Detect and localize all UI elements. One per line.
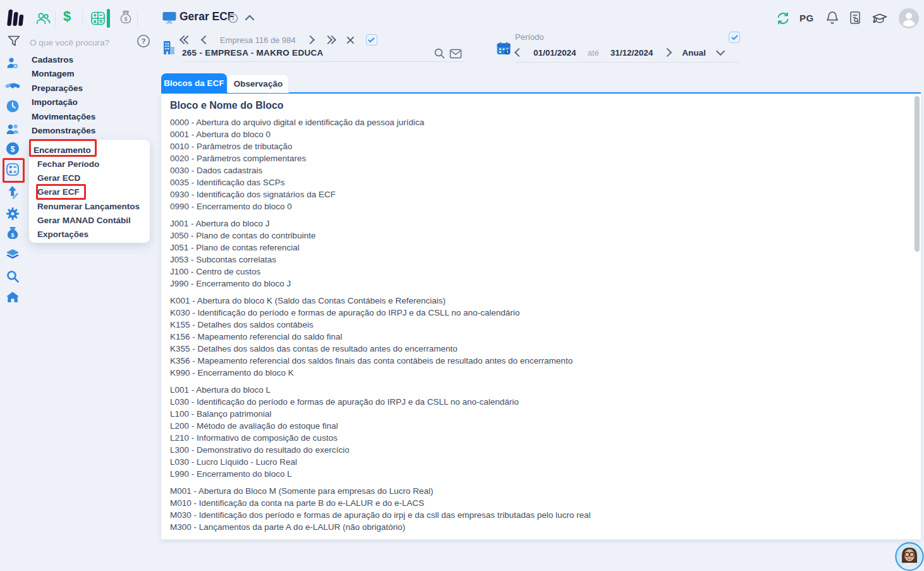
calculator-icon[interactable] [5, 162, 20, 177]
block-item: K030 - Identificação do período e formas… [170, 307, 591, 319]
money-bag-icon[interactable]: $ [5, 226, 20, 242]
block-item: L030 - Lucro Líquido - Lucro Real [170, 456, 591, 468]
sidebar-search-input[interactable] [28, 35, 132, 50]
home-icon[interactable] [5, 290, 20, 305]
last-company-button[interactable] [325, 37, 335, 43]
submenu-item-gerar-manad-contábil[interactable]: Gerar MANAD Contábil [37, 214, 140, 228]
svg-text:$: $ [125, 16, 128, 22]
page-title: Gerar ECF [179, 10, 234, 23]
company-counter: Empresa 116 de 984 [220, 35, 296, 45]
block-item: 0020 - Parâmetros complementares [170, 152, 591, 164]
dollar-circle-icon[interactable]: $ [5, 141, 20, 156]
block-item: L300 - Demonstrativo do resultado do exe… [170, 444, 591, 456]
period-label: Período [515, 32, 544, 42]
period-start-date[interactable]: 01/01/2024 [533, 48, 576, 58]
block-item: 0990 - Encerramento do bloco 0 [170, 200, 591, 212]
submenu-item-gerar-ecf[interactable]: Gerar ECF [37, 185, 140, 199]
tab-observacao[interactable]: Observação [228, 74, 289, 93]
submenu-item-fechar-período[interactable]: Fechar Período [37, 157, 140, 171]
prev-company-button[interactable] [201, 35, 210, 44]
block-item: L030 - Identificação do período e formas… [170, 396, 591, 408]
document-search-icon[interactable] [848, 10, 862, 25]
makro-logo[interactable] [5, 8, 27, 27]
clock-icon[interactable] [5, 99, 20, 114]
block-item: L100 - Balanço patrimonial [170, 408, 591, 420]
block-item: 0000 - Abertura do arquivo digital e ide… [170, 116, 591, 128]
close-icon[interactable] [346, 36, 355, 44]
people-module-icon[interactable] [35, 11, 51, 25]
company-name: 265 - EMPRESA - MAKRO EDUCA [182, 48, 324, 58]
pg-label[interactable]: PG [799, 13, 814, 23]
payroll-module-icon[interactable]: $ [119, 10, 133, 26]
collapse-chevron-up-icon[interactable] [244, 14, 255, 21]
help-icon[interactable]: ? [136, 34, 151, 49]
next-period-button[interactable] [663, 48, 672, 57]
graduation-cap-icon[interactable] [872, 11, 888, 25]
topbar-divider [55, 11, 56, 27]
divider [515, 62, 739, 63]
sidebar-item-encerramento[interactable]: Encerramento [33, 144, 91, 157]
company-filter-checkbox[interactable] [366, 34, 377, 46]
block-item: L990 - Encerramento do bloco L [170, 468, 591, 480]
svg-text:$: $ [11, 145, 15, 154]
block-item: J051 - Plano de contas referencial [170, 242, 591, 254]
sidebar-item-preparações[interactable]: Preparações [32, 82, 95, 95]
block-item: 0001 - Abertura do bloco 0 [170, 128, 591, 140]
block-item: K001 - Abertura do bloco K (Saldo das Co… [170, 295, 591, 307]
users-icon[interactable] [5, 121, 20, 137]
block-item: K155 - Detalhes dos saldos contábeis [170, 319, 591, 331]
block-item: 0035 - Identificação das SCPs [170, 176, 591, 188]
submenu-item-renumerar-lançamentos[interactable]: Renumerar Lançamentos [37, 200, 140, 214]
block-group: J001 - Abertura do bloco JJ050 - Plano d… [170, 218, 591, 290]
block-item: J050 - Plano de contas do contribuinte [170, 230, 591, 242]
block-item: K355 - Detalhes dos saldos das contas de… [170, 343, 591, 355]
block-item: 0010 - Parâmetros de tributação [170, 140, 591, 152]
finance-module-icon[interactable]: $ [63, 8, 71, 25]
period-dropdown-chevron-icon[interactable] [716, 47, 725, 56]
period-frequency[interactable]: Anual [682, 48, 706, 58]
sync-icon[interactable] [775, 11, 791, 25]
block-item: K990 - Encerramento do bloco K [170, 367, 591, 379]
submenu-item-gerar-ecd[interactable]: Gerar ECD [37, 171, 140, 185]
block-list: 0000 - Abertura do arquivo digital e ide… [170, 116, 591, 538]
arrow-up-pencil-icon[interactable] [5, 185, 20, 200]
company-search-icon[interactable] [434, 47, 446, 59]
period-selector: 01/01/2024 até 31/12/2024 Anual [516, 47, 724, 58]
filter-icon[interactable] [7, 34, 21, 48]
block-item: J001 - Abertura do bloco J [170, 218, 591, 230]
monitor-icon [162, 11, 177, 25]
accounting-module-icon[interactable] [90, 11, 106, 25]
submenu-item-exportações[interactable]: Exportações [37, 228, 140, 242]
next-company-button[interactable] [306, 35, 315, 44]
handshake-icon[interactable] [5, 78, 20, 94]
scrollbar-thumb[interactable] [915, 96, 920, 252]
tab-blocos-da-ecf[interactable]: Blocos da ECF [161, 73, 227, 92]
period-end-date[interactable]: 31/12/2024 [611, 48, 653, 58]
sidebar-item-demonstrações[interactable]: Demonstrações [32, 124, 95, 138]
bell-icon[interactable] [825, 10, 839, 25]
content-heading: Bloco e Nome do Bloco [170, 100, 284, 111]
info-icon[interactable]: i [228, 13, 238, 23]
user-gear-icon[interactable] [5, 56, 20, 71]
block-group: K001 - Abertura do bloco K (Saldo das Co… [170, 295, 591, 379]
gear-icon[interactable] [5, 206, 20, 221]
sidebar-item-importação[interactable]: Importação [32, 95, 95, 109]
first-company-button[interactable] [181, 37, 191, 43]
building-icon [162, 40, 176, 56]
period-checkbox[interactable] [729, 32, 740, 43]
block-item: L200 - Método de avaliação do estoque fi… [170, 420, 591, 432]
block-item: J100 - Centro de custos [170, 266, 591, 278]
block-item: J053 - Subcontas correlatas [170, 254, 591, 266]
sidebar-item-cadastros[interactable]: Cadastros [32, 53, 95, 67]
support-chat-avatar[interactable] [895, 542, 924, 571]
layers-icon[interactable] [5, 247, 20, 262]
prev-period-button[interactable] [514, 48, 523, 57]
user-avatar[interactable] [898, 8, 920, 29]
sidebar-item-movimentações[interactable]: Movimentações [32, 110, 95, 124]
svg-text:?: ? [142, 37, 146, 45]
mail-icon[interactable] [449, 49, 462, 59]
sidebar-item-montagem[interactable]: Montagem [32, 67, 95, 81]
block-item: M030 - Identificação dos período e forma… [170, 509, 591, 521]
block-group: M001 - Abertura do Bloco M (Somente para… [170, 485, 591, 533]
search-icon[interactable] [5, 269, 20, 284]
